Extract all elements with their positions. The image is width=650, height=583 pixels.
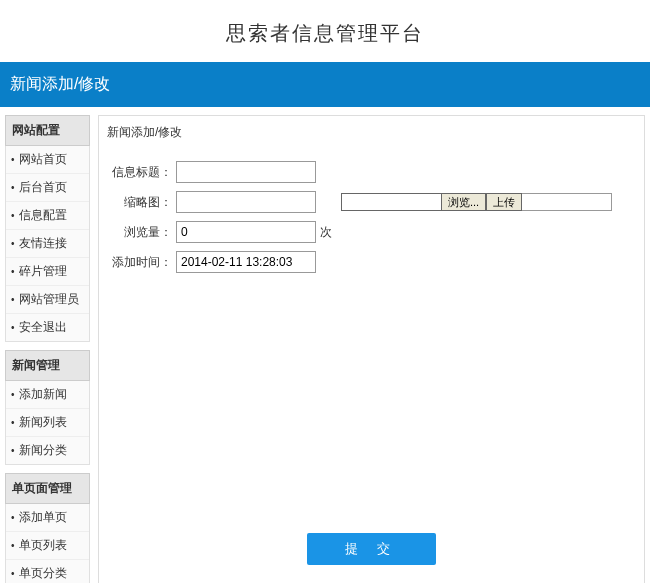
sidebar-header-page: 单页面管理: [5, 473, 90, 504]
thumb-input[interactable]: [176, 191, 316, 213]
sidebar-item-add-page[interactable]: 添加单页: [6, 504, 89, 532]
sidebar-item-fragments[interactable]: 碎片管理: [6, 258, 89, 286]
views-input[interactable]: [176, 221, 316, 243]
browse-button[interactable]: 浏览...: [441, 193, 486, 211]
title-input[interactable]: [176, 161, 316, 183]
sidebar-header-site: 网站配置: [5, 115, 90, 146]
addtime-label: 添加时间：: [107, 254, 172, 271]
addtime-input[interactable]: [176, 251, 316, 273]
views-suffix: 次: [320, 224, 332, 241]
sidebar-item-links[interactable]: 友情连接: [6, 230, 89, 258]
upload-button[interactable]: 上传: [486, 193, 522, 211]
file-path-field[interactable]: [341, 193, 441, 211]
upload-group: 浏览... 上传: [341, 193, 612, 211]
sidebar-item-home[interactable]: 网站首页: [6, 146, 89, 174]
views-label: 浏览量：: [107, 224, 172, 241]
title-label: 信息标题：: [107, 164, 172, 181]
sidebar: 网站配置 网站首页 后台首页 信息配置 友情连接 碎片管理 网站管理员 安全退出…: [5, 115, 90, 583]
main-panel: 新闻添加/修改 信息标题： 缩略图： 浏览... 上传 浏览量： 次 添加时间：: [98, 115, 645, 583]
sidebar-header-news: 新闻管理: [5, 350, 90, 381]
thumb-label: 缩略图：: [107, 194, 172, 211]
sidebar-item-page-cat[interactable]: 单页分类: [6, 560, 89, 583]
sidebar-item-admins[interactable]: 网站管理员: [6, 286, 89, 314]
sidebar-item-admin-home[interactable]: 后台首页: [6, 174, 89, 202]
sidebar-item-page-list[interactable]: 单页列表: [6, 532, 89, 560]
submit-button[interactable]: 提 交: [307, 533, 437, 565]
app-header: 思索者信息管理平台: [0, 0, 650, 62]
sidebar-item-add-news[interactable]: 添加新闻: [6, 381, 89, 409]
page-title-bar: 新闻添加/修改: [0, 62, 650, 107]
breadcrumb: 新闻添加/修改: [107, 124, 636, 141]
upload-status-bar: [522, 193, 612, 211]
sidebar-item-news-cat[interactable]: 新闻分类: [6, 437, 89, 464]
main-container: 网站配置 网站首页 后台首页 信息配置 友情连接 碎片管理 网站管理员 安全退出…: [0, 107, 650, 583]
sidebar-item-logout[interactable]: 安全退出: [6, 314, 89, 341]
sidebar-item-info-config[interactable]: 信息配置: [6, 202, 89, 230]
sidebar-item-news-list[interactable]: 新闻列表: [6, 409, 89, 437]
